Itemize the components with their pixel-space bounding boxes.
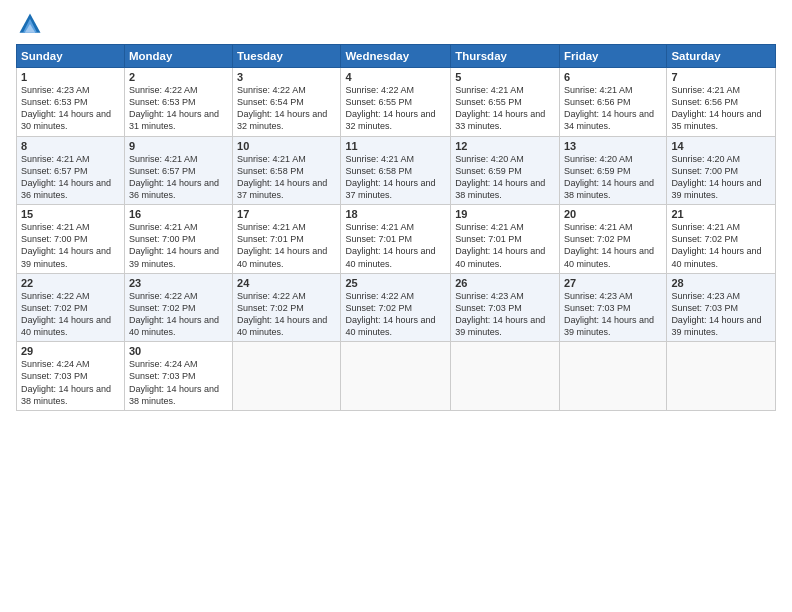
day-number: 19: [455, 208, 555, 220]
day-info: Sunrise: 4:23 AMSunset: 6:53 PMDaylight:…: [21, 85, 111, 131]
day-number: 24: [237, 277, 336, 289]
calendar-cell: 23Sunrise: 4:22 AMSunset: 7:02 PMDayligh…: [124, 273, 232, 342]
calendar-cell: 19Sunrise: 4:21 AMSunset: 7:01 PMDayligh…: [451, 205, 560, 274]
calendar-cell: 4Sunrise: 4:22 AMSunset: 6:55 PMDaylight…: [341, 68, 451, 137]
page: SundayMondayTuesdayWednesdayThursdayFrid…: [0, 0, 792, 612]
day-info: Sunrise: 4:21 AMSunset: 7:01 PMDaylight:…: [455, 222, 545, 268]
calendar-cell: 8Sunrise: 4:21 AMSunset: 6:57 PMDaylight…: [17, 136, 125, 205]
day-info: Sunrise: 4:21 AMSunset: 6:57 PMDaylight:…: [129, 154, 219, 200]
day-info: Sunrise: 4:22 AMSunset: 7:02 PMDaylight:…: [129, 291, 219, 337]
logo: [16, 10, 46, 38]
day-info: Sunrise: 4:21 AMSunset: 7:01 PMDaylight:…: [237, 222, 327, 268]
calendar-cell: [667, 342, 776, 411]
day-info: Sunrise: 4:24 AMSunset: 7:03 PMDaylight:…: [129, 359, 219, 405]
calendar-header-tuesday: Tuesday: [233, 45, 341, 68]
day-number: 27: [564, 277, 662, 289]
day-number: 23: [129, 277, 228, 289]
calendar-cell: [341, 342, 451, 411]
calendar-cell: 20Sunrise: 4:21 AMSunset: 7:02 PMDayligh…: [559, 205, 666, 274]
calendar-cell: 18Sunrise: 4:21 AMSunset: 7:01 PMDayligh…: [341, 205, 451, 274]
day-info: Sunrise: 4:21 AMSunset: 7:01 PMDaylight:…: [345, 222, 435, 268]
day-info: Sunrise: 4:21 AMSunset: 7:00 PMDaylight:…: [129, 222, 219, 268]
day-number: 21: [671, 208, 771, 220]
day-info: Sunrise: 4:22 AMSunset: 6:53 PMDaylight:…: [129, 85, 219, 131]
day-info: Sunrise: 4:20 AMSunset: 7:00 PMDaylight:…: [671, 154, 761, 200]
calendar-cell: 13Sunrise: 4:20 AMSunset: 6:59 PMDayligh…: [559, 136, 666, 205]
calendar-cell: 5Sunrise: 4:21 AMSunset: 6:55 PMDaylight…: [451, 68, 560, 137]
day-info: Sunrise: 4:21 AMSunset: 7:02 PMDaylight:…: [671, 222, 761, 268]
day-info: Sunrise: 4:23 AMSunset: 7:03 PMDaylight:…: [455, 291, 545, 337]
calendar-cell: 12Sunrise: 4:20 AMSunset: 6:59 PMDayligh…: [451, 136, 560, 205]
calendar-header-monday: Monday: [124, 45, 232, 68]
calendar-cell: 11Sunrise: 4:21 AMSunset: 6:58 PMDayligh…: [341, 136, 451, 205]
day-info: Sunrise: 4:22 AMSunset: 6:55 PMDaylight:…: [345, 85, 435, 131]
calendar-cell: [233, 342, 341, 411]
day-number: 20: [564, 208, 662, 220]
calendar-week-row: 8Sunrise: 4:21 AMSunset: 6:57 PMDaylight…: [17, 136, 776, 205]
day-number: 6: [564, 71, 662, 83]
calendar-cell: 6Sunrise: 4:21 AMSunset: 6:56 PMDaylight…: [559, 68, 666, 137]
day-number: 14: [671, 140, 771, 152]
calendar-header-sunday: Sunday: [17, 45, 125, 68]
day-info: Sunrise: 4:22 AMSunset: 7:02 PMDaylight:…: [21, 291, 111, 337]
day-number: 1: [21, 71, 120, 83]
calendar-cell: 24Sunrise: 4:22 AMSunset: 7:02 PMDayligh…: [233, 273, 341, 342]
day-info: Sunrise: 4:23 AMSunset: 7:03 PMDaylight:…: [564, 291, 654, 337]
day-info: Sunrise: 4:21 AMSunset: 6:58 PMDaylight:…: [345, 154, 435, 200]
calendar-week-row: 22Sunrise: 4:22 AMSunset: 7:02 PMDayligh…: [17, 273, 776, 342]
calendar-cell: 14Sunrise: 4:20 AMSunset: 7:00 PMDayligh…: [667, 136, 776, 205]
day-number: 8: [21, 140, 120, 152]
day-info: Sunrise: 4:21 AMSunset: 6:58 PMDaylight:…: [237, 154, 327, 200]
day-number: 13: [564, 140, 662, 152]
day-number: 30: [129, 345, 228, 357]
calendar-cell: 27Sunrise: 4:23 AMSunset: 7:03 PMDayligh…: [559, 273, 666, 342]
calendar-cell: 25Sunrise: 4:22 AMSunset: 7:02 PMDayligh…: [341, 273, 451, 342]
calendar-cell: 28Sunrise: 4:23 AMSunset: 7:03 PMDayligh…: [667, 273, 776, 342]
calendar-cell: 1Sunrise: 4:23 AMSunset: 6:53 PMDaylight…: [17, 68, 125, 137]
logo-icon: [16, 10, 44, 38]
day-number: 7: [671, 71, 771, 83]
day-info: Sunrise: 4:21 AMSunset: 6:55 PMDaylight:…: [455, 85, 545, 131]
day-info: Sunrise: 4:21 AMSunset: 7:00 PMDaylight:…: [21, 222, 111, 268]
calendar-cell: 10Sunrise: 4:21 AMSunset: 6:58 PMDayligh…: [233, 136, 341, 205]
day-number: 17: [237, 208, 336, 220]
day-number: 25: [345, 277, 446, 289]
calendar-header-thursday: Thursday: [451, 45, 560, 68]
calendar-header-row: SundayMondayTuesdayWednesdayThursdayFrid…: [17, 45, 776, 68]
day-info: Sunrise: 4:24 AMSunset: 7:03 PMDaylight:…: [21, 359, 111, 405]
day-number: 4: [345, 71, 446, 83]
calendar-cell: 29Sunrise: 4:24 AMSunset: 7:03 PMDayligh…: [17, 342, 125, 411]
calendar-cell: [451, 342, 560, 411]
calendar-cell: 21Sunrise: 4:21 AMSunset: 7:02 PMDayligh…: [667, 205, 776, 274]
calendar-table: SundayMondayTuesdayWednesdayThursdayFrid…: [16, 44, 776, 411]
calendar-cell: 16Sunrise: 4:21 AMSunset: 7:00 PMDayligh…: [124, 205, 232, 274]
day-number: 15: [21, 208, 120, 220]
day-number: 26: [455, 277, 555, 289]
day-number: 9: [129, 140, 228, 152]
day-number: 5: [455, 71, 555, 83]
calendar-week-row: 15Sunrise: 4:21 AMSunset: 7:00 PMDayligh…: [17, 205, 776, 274]
day-number: 12: [455, 140, 555, 152]
day-info: Sunrise: 4:21 AMSunset: 6:56 PMDaylight:…: [671, 85, 761, 131]
calendar-cell: 3Sunrise: 4:22 AMSunset: 6:54 PMDaylight…: [233, 68, 341, 137]
calendar-cell: 2Sunrise: 4:22 AMSunset: 6:53 PMDaylight…: [124, 68, 232, 137]
day-number: 16: [129, 208, 228, 220]
day-number: 22: [21, 277, 120, 289]
calendar-cell: 9Sunrise: 4:21 AMSunset: 6:57 PMDaylight…: [124, 136, 232, 205]
day-info: Sunrise: 4:20 AMSunset: 6:59 PMDaylight:…: [564, 154, 654, 200]
day-number: 11: [345, 140, 446, 152]
calendar-header-friday: Friday: [559, 45, 666, 68]
day-number: 3: [237, 71, 336, 83]
calendar-cell: 22Sunrise: 4:22 AMSunset: 7:02 PMDayligh…: [17, 273, 125, 342]
day-info: Sunrise: 4:22 AMSunset: 7:02 PMDaylight:…: [237, 291, 327, 337]
calendar-header-wednesday: Wednesday: [341, 45, 451, 68]
calendar-week-row: 29Sunrise: 4:24 AMSunset: 7:03 PMDayligh…: [17, 342, 776, 411]
calendar-cell: 15Sunrise: 4:21 AMSunset: 7:00 PMDayligh…: [17, 205, 125, 274]
header: [16, 10, 776, 38]
day-number: 29: [21, 345, 120, 357]
calendar-cell: 17Sunrise: 4:21 AMSunset: 7:01 PMDayligh…: [233, 205, 341, 274]
calendar-week-row: 1Sunrise: 4:23 AMSunset: 6:53 PMDaylight…: [17, 68, 776, 137]
day-number: 28: [671, 277, 771, 289]
day-number: 18: [345, 208, 446, 220]
day-info: Sunrise: 4:20 AMSunset: 6:59 PMDaylight:…: [455, 154, 545, 200]
